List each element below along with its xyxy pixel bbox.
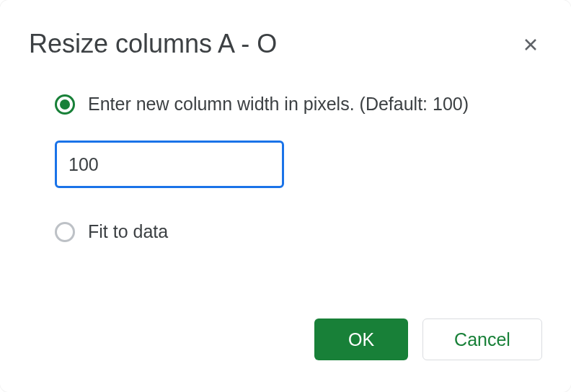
cancel-button[interactable]: Cancel: [422, 318, 542, 360]
dialog-footer: OK Cancel: [314, 318, 542, 360]
close-icon: [522, 36, 539, 53]
radio-fit-to-data[interactable]: Fit to data: [55, 221, 542, 242]
radio-circle-selected: [55, 94, 75, 115]
ok-button[interactable]: OK: [314, 318, 408, 360]
radio-circle-unselected: [55, 222, 75, 242]
radio-enter-width[interactable]: Enter new column width in pixels. (Defau…: [55, 94, 542, 115]
column-width-input[interactable]: [55, 141, 284, 188]
resize-columns-dialog: Resize columns A - O Enter new column wi…: [0, 0, 571, 392]
radio-label-enter-width: Enter new column width in pixels. (Defau…: [88, 94, 469, 115]
dialog-title: Resize columns A - O: [29, 29, 277, 59]
close-button[interactable]: [519, 33, 542, 56]
radio-inner-dot: [60, 99, 70, 110]
radio-label-fit-to-data: Fit to data: [88, 221, 168, 242]
options-group: Enter new column width in pixels. (Defau…: [29, 94, 542, 242]
dialog-header: Resize columns A - O: [29, 29, 542, 59]
